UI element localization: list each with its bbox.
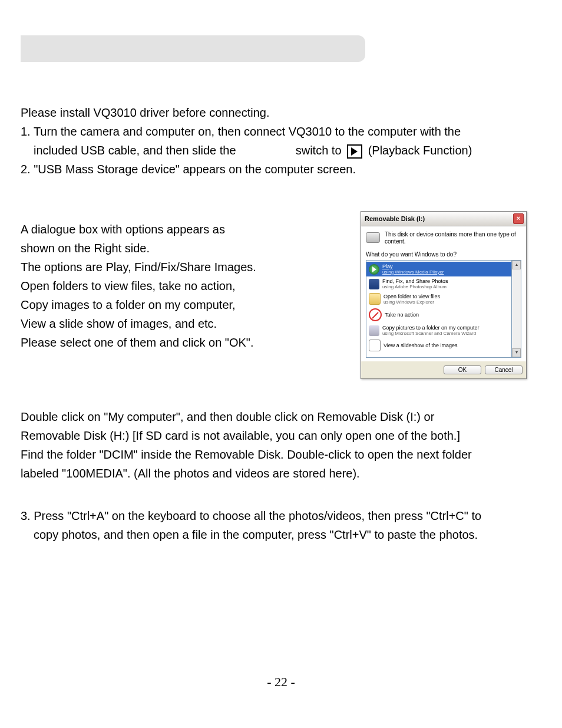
- step-1-line-2: included USB cable, and then slide the s…: [21, 141, 527, 160]
- step-1-left: included USB cable, and then slide the: [34, 144, 236, 157]
- dialogue-desc-3: The options are Play, Find/Fix/Share Ima…: [21, 258, 343, 276]
- step-1-right: (Playback Function): [368, 144, 472, 157]
- para2-line-1: Double click on "My computer", and then …: [21, 407, 527, 426]
- dialog-prompt: What do you want Windows to do?: [366, 251, 521, 258]
- option-take-no-action[interactable]: Take no action: [366, 307, 511, 323]
- dialogue-desc-2: shown on the Right side.: [21, 239, 343, 258]
- option-play[interactable]: Playusing Windows Media Pllayer: [366, 262, 511, 276]
- dialogue-desc-7: Please select one of them and click on "…: [21, 333, 343, 352]
- dialog-title: Removable Disk (I:): [365, 215, 425, 222]
- play-icon: [369, 264, 379, 275]
- playback-icon: [347, 144, 362, 159]
- step-3-line-2: copy photos, and then open a file in the…: [21, 525, 527, 544]
- para2-line-3: Find the folder "DCIM" inside the Remova…: [21, 445, 527, 464]
- step-1-switch-word: switch to: [296, 144, 342, 157]
- option-open-folder[interactable]: Open folder to view filesusing Windows E…: [366, 291, 511, 307]
- dialog-option-list[interactable]: Playusing Windows Media Pllayer Find, Fi…: [366, 260, 512, 358]
- scroll-up-icon[interactable]: ▴: [512, 261, 521, 269]
- para2-line-4: labeled "100MEDIA". (All the photos and …: [21, 464, 527, 483]
- step-1-line-1: 1. Turn the camera and computer on, then…: [21, 122, 527, 141]
- dialogue-desc-4: Open folders to view files, take no acti…: [21, 276, 343, 295]
- option-copy-pictures[interactable]: Copy pictures to a folder on my computer…: [366, 323, 511, 338]
- cancel-button[interactable]: Cancel: [485, 365, 523, 374]
- section-header-bar: [21, 35, 365, 62]
- scrollbar[interactable]: ▴ ▾: [512, 260, 521, 358]
- dialog-intro: This disk or device contains more than o…: [385, 231, 521, 245]
- page-number: - 22 -: [0, 674, 562, 690]
- copy-icon: [369, 325, 379, 336]
- para2-line-2: Removable Disk (H:) [If SD card is not a…: [21, 426, 527, 445]
- dialogue-desc-1: A dialogue box with options appears as: [21, 220, 343, 239]
- close-icon[interactable]: ×: [513, 213, 524, 224]
- autoplay-dialog: Removable Disk (I:) × This disk or devic…: [361, 211, 527, 379]
- scroll-down-icon[interactable]: ▾: [512, 348, 521, 357]
- dialogue-desc-5: Copy images to a folder on my computer,: [21, 295, 343, 314]
- slideshow-icon: [369, 340, 381, 351]
- no-action-icon: [369, 308, 382, 321]
- dialogue-desc-6: View a slide show of images, and etc.: [21, 314, 343, 333]
- folder-icon: [369, 293, 381, 305]
- step-2: 2. "USB Mass Storage device" appears on …: [21, 160, 527, 179]
- option-find-fix-share[interactable]: Find, Fix, and Share Photosusing Adobe P…: [366, 276, 511, 291]
- option-slideshow[interactable]: View a slideshow of the images: [366, 338, 511, 353]
- step-3-line-1: 3. Press "Ctrl+A" on the keyboard to cho…: [21, 506, 527, 525]
- disk-icon: [366, 232, 380, 243]
- intro-text: Please install VQ3010 driver before conn…: [21, 103, 527, 122]
- photo-icon: [369, 279, 379, 289]
- ok-button[interactable]: OK: [444, 365, 481, 374]
